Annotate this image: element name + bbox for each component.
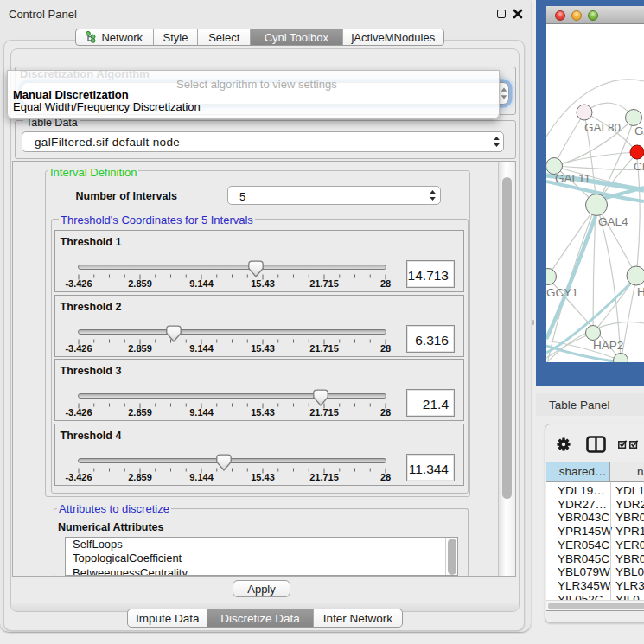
svg-text:H: H <box>637 285 644 298</box>
svg-text:GCY1: GCY1 <box>546 286 578 299</box>
svg-text:HAP2: HAP2 <box>593 339 623 352</box>
svg-text:GAL80: GAL80 <box>584 121 621 134</box>
svg-text:GAL11: GAL11 <box>555 172 590 185</box>
svg-text:GAL4: GAL4 <box>598 215 628 228</box>
svg-text:GA: GA <box>634 124 644 137</box>
svg-text:CR: CR <box>634 160 644 173</box>
